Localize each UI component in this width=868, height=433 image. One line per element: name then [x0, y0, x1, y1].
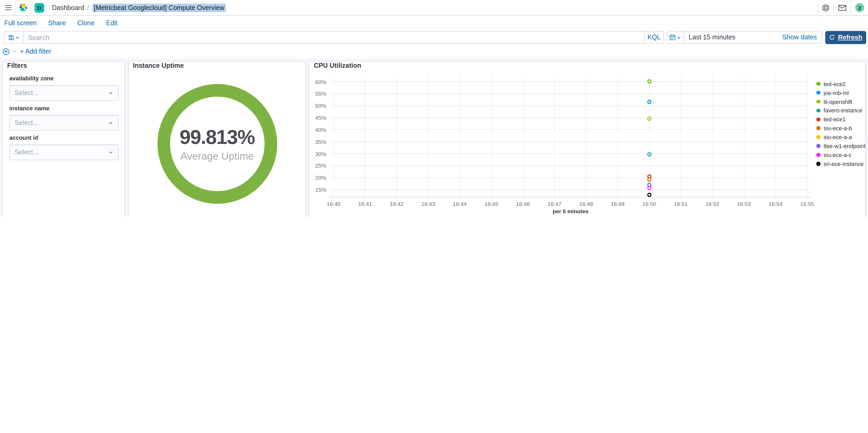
divider: [850, 0, 851, 16]
legend-item[interactable]: tlee-w1-endpoint: [816, 142, 866, 150]
chart-point: [647, 117, 651, 121]
chart-point: [647, 100, 651, 104]
show-dates-link[interactable]: Show dates: [782, 34, 817, 41]
x-gridline: [618, 75, 618, 199]
legend-label: tlee-w1-endpoint: [824, 143, 866, 149]
y-axis-tick-label: 45%: [302, 114, 326, 121]
edit-link[interactable]: Edit: [106, 20, 117, 27]
chevron-down-icon: [108, 150, 114, 155]
x-axis-tick-label: 16:43: [416, 201, 441, 207]
instance-name-select[interactable]: Select...: [9, 115, 119, 131]
x-axis-tick-label: 16:50: [637, 201, 662, 207]
x-gridline: [460, 75, 460, 199]
hamburger-menu-icon[interactable]: [2, 0, 15, 16]
select-placeholder: Select...: [15, 149, 39, 156]
breadcrumb: Dashboard / [Metricbeat Googlecloud] Com…: [52, 3, 226, 12]
page-title: [Metricbeat Googlecloud] Compute Overvie…: [92, 3, 226, 12]
legend-label: favero-instance: [824, 107, 863, 114]
x-axis-line: [330, 197, 812, 198]
save-icon: [8, 34, 14, 40]
chart-point: [647, 152, 651, 157]
x-axis-tick-label: 16:53: [731, 201, 756, 207]
search-bar: KQL: [4, 31, 664, 44]
x-axis-tick-label: 16:54: [763, 201, 788, 207]
legend-label: siu-ece-a-a: [824, 134, 852, 140]
legend-item[interactable]: siu-ece-a-a: [816, 133, 866, 142]
x-axis-tick-label: 16:55: [795, 201, 820, 207]
legend-dot: [816, 126, 820, 130]
chevron-down-icon: [108, 90, 114, 95]
filter-bar: + Add filter: [0, 45, 868, 58]
legend-item[interactable]: siu-ece-a-b: [816, 124, 866, 133]
help-button[interactable]: [817, 0, 834, 16]
legend-label: ted-ece2: [824, 81, 846, 87]
chevron-down-icon: [677, 35, 681, 40]
legend-item[interactable]: ted-ece2: [816, 80, 866, 88]
notifications-button[interactable]: [834, 0, 850, 16]
legend-item[interactable]: favero-instance: [816, 106, 866, 115]
panel-title: CPU Utilization: [314, 62, 362, 69]
availability-zone-select[interactable]: Select...: [9, 85, 119, 101]
x-axis-tick-label: 16:48: [574, 201, 599, 207]
x-axis-tick-label: 16:45: [479, 201, 504, 207]
chart-legend: ted-ece2joe-mb-mllil-openshiftfavero-ins…: [816, 80, 866, 168]
legend-item[interactable]: siu-ece-a-c: [816, 150, 866, 160]
x-axis-tick-label: 16:42: [384, 201, 409, 207]
space-badge[interactable]: D: [35, 3, 44, 12]
y-gridline: [330, 141, 812, 142]
legend-item[interactable]: joe-mb-ml: [816, 88, 866, 97]
uptime-label: Average Uptime: [181, 150, 254, 162]
chevron-down-icon: [15, 35, 20, 40]
x-gridline: [776, 75, 776, 199]
top-header: D Dashboard / [Metricbeat Googlecloud] C…: [0, 0, 868, 16]
account-id-select[interactable]: Select...: [9, 144, 119, 160]
select-placeholder: Select...: [15, 119, 39, 126]
availability-zone-field: availability zone Select...: [9, 75, 119, 101]
legend-label: ted-ece1: [824, 116, 846, 123]
breadcrumb-dashboard[interactable]: Dashboard: [52, 4, 84, 11]
y-axis-tick-label: 20%: [302, 175, 326, 181]
time-range-label[interactable]: Last 15 minutes: [689, 34, 736, 41]
panel-filters: Filters availability zone Select... inst…: [2, 61, 125, 216]
legend-item[interactable]: ted-ece1: [816, 115, 866, 124]
x-gridline: [428, 75, 429, 199]
y-gridline: [330, 189, 812, 190]
legend-dot: [816, 82, 820, 86]
elastic-logo[interactable]: [16, 3, 31, 12]
legend-dot: [816, 153, 820, 157]
x-axis-tick-label: 16:49: [605, 201, 630, 207]
quick-select-button[interactable]: [667, 31, 684, 43]
x-gridline: [712, 75, 713, 199]
x-gridline: [523, 75, 523, 199]
full-screen-link[interactable]: Full screen: [4, 20, 36, 27]
y-gridline: [330, 153, 812, 154]
refresh-button[interactable]: Refresh: [825, 31, 866, 44]
user-avatar[interactable]: 2: [855, 3, 864, 12]
y-gridline: [330, 177, 812, 178]
panel-instance-uptime: Instance Uptime 99.813% Average Uptime: [128, 61, 306, 216]
filter-icon[interactable]: [3, 48, 9, 55]
chart-point: [647, 193, 651, 197]
add-filter-link[interactable]: + Add filter: [20, 48, 52, 55]
search-input[interactable]: [24, 31, 644, 43]
query-bar: KQL Last 15 minutes Show dates: [0, 31, 868, 44]
select-placeholder: Select...: [15, 89, 39, 97]
chart-point: [647, 79, 651, 84]
calendar-icon: [669, 34, 676, 40]
share-link[interactable]: Share: [48, 20, 66, 27]
x-axis-tick-label: 16:41: [352, 201, 378, 207]
mail-icon: [838, 4, 846, 11]
legend-dot: [816, 100, 820, 104]
breadcrumb-separator: /: [87, 4, 89, 11]
field-label: account id: [9, 135, 119, 141]
refresh-label: Refresh: [838, 34, 862, 41]
legend-item[interactable]: lil-openshift: [816, 97, 866, 106]
y-axis-tick-label: 40%: [302, 126, 326, 133]
legend-item[interactable]: sri-ece-instance: [816, 160, 866, 168]
query-language-button[interactable]: KQL: [644, 31, 663, 43]
clone-link[interactable]: Clone: [77, 20, 94, 27]
y-gridline: [330, 105, 812, 106]
y-axis-tick-label: 55%: [302, 91, 326, 97]
filter-dash: [12, 51, 16, 52]
saved-query-button[interactable]: [5, 31, 24, 43]
